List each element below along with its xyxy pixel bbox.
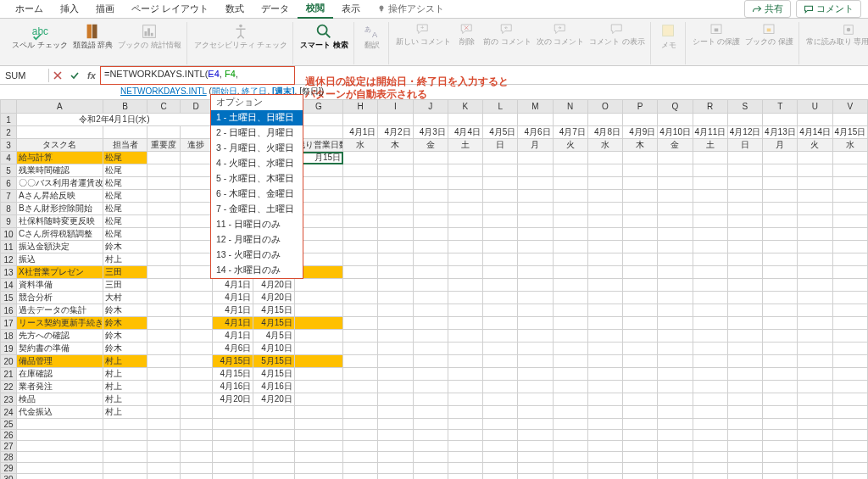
cell[interactable] (693, 241, 727, 253)
cell[interactable] (212, 441, 253, 452)
protect-workbook-button[interactable]: ブックの 保護 (745, 22, 793, 47)
cell[interactable] (553, 304, 587, 317)
cell[interactable] (180, 164, 212, 177)
show-comments-button[interactable]: コメント の表示 (589, 22, 645, 47)
cell[interactable]: 4月13日 (763, 126, 798, 139)
cell[interactable] (103, 452, 147, 463)
column-header[interactable]: I (378, 100, 413, 114)
cell[interactable] (483, 215, 518, 228)
cell[interactable]: 4月7日 (553, 126, 587, 139)
cell[interactable] (253, 441, 295, 452)
weekend-option[interactable]: 2 - 日曜日、月曜日 (211, 125, 303, 141)
cell[interactable] (483, 266, 518, 279)
cell[interactable] (693, 463, 727, 474)
cell[interactable] (343, 279, 378, 292)
cell[interactable] (763, 452, 798, 463)
cell[interactable] (17, 463, 103, 474)
cell[interactable] (448, 330, 482, 343)
cell[interactable] (553, 441, 587, 452)
cell[interactable]: 木 (378, 139, 413, 152)
cell[interactable] (378, 241, 413, 253)
cell[interactable] (587, 203, 622, 215)
cell[interactable] (343, 266, 378, 279)
cell[interactable] (658, 253, 693, 266)
cell[interactable] (378, 381, 413, 393)
cell[interactable] (413, 452, 448, 463)
cell[interactable] (483, 152, 518, 164)
cell[interactable]: 火 (553, 139, 587, 152)
cell[interactable]: 〇〇バス利用者運賃改正 (17, 177, 103, 190)
cell[interactable] (693, 406, 727, 419)
cell[interactable] (413, 330, 448, 343)
cell[interactable] (693, 355, 727, 368)
cell[interactable] (147, 330, 180, 343)
cell[interactable] (832, 463, 867, 474)
cell[interactable] (294, 292, 342, 304)
cell[interactable] (727, 266, 762, 279)
cell[interactable] (518, 441, 553, 452)
cell[interactable] (343, 330, 378, 343)
cell[interactable] (212, 452, 253, 463)
cell[interactable] (180, 126, 212, 139)
cell[interactable] (294, 368, 342, 381)
cell[interactable]: 資料準備 (17, 279, 103, 292)
cell[interactable] (658, 114, 693, 126)
cell[interactable] (798, 343, 832, 355)
cell[interactable] (587, 177, 622, 190)
cell[interactable] (832, 474, 867, 480)
cell[interactable]: X社営業プレゼン (17, 266, 103, 279)
cell[interactable] (693, 393, 727, 406)
tell-me[interactable]: 操作アシスト (369, 0, 453, 18)
cell[interactable]: 4月20日 (253, 292, 295, 304)
cell[interactable] (623, 177, 658, 190)
cell[interactable]: 4月11日 (693, 126, 727, 139)
cell[interactable] (147, 279, 180, 292)
cell[interactable] (832, 152, 867, 164)
cell[interactable] (727, 279, 762, 292)
cell[interactable] (553, 452, 587, 463)
cell[interactable] (798, 317, 832, 330)
cell[interactable]: 4月1日 (212, 330, 253, 343)
cell[interactable] (587, 381, 622, 393)
cell[interactable] (448, 266, 482, 279)
cell[interactable] (763, 292, 798, 304)
cell[interactable] (763, 228, 798, 241)
cell[interactable] (623, 343, 658, 355)
cell[interactable] (832, 266, 867, 279)
cell[interactable] (623, 430, 658, 441)
cell[interactable] (727, 228, 762, 241)
cell[interactable] (832, 343, 867, 355)
cell[interactable] (483, 419, 518, 430)
cell[interactable] (378, 330, 413, 343)
cell[interactable] (623, 152, 658, 164)
cell[interactable] (832, 381, 867, 393)
cell[interactable] (763, 190, 798, 203)
cell[interactable] (180, 228, 212, 241)
cell[interactable] (294, 419, 342, 430)
row-header[interactable]: 30 (1, 474, 17, 480)
cell[interactable] (832, 317, 867, 330)
cell[interactable] (693, 228, 727, 241)
column-header[interactable]: A (17, 100, 103, 114)
cell[interactable] (518, 419, 553, 430)
row-header[interactable]: 5 (1, 164, 17, 177)
cell[interactable] (413, 393, 448, 406)
cell[interactable] (763, 304, 798, 317)
cell[interactable] (553, 266, 587, 279)
cell[interactable]: 鈴木 (103, 304, 147, 317)
cell[interactable] (658, 419, 693, 430)
cell[interactable] (483, 317, 518, 330)
cell[interactable] (378, 253, 413, 266)
cell[interactable] (798, 203, 832, 215)
cell[interactable]: 4月5日 (253, 330, 295, 343)
cell[interactable]: 先方への確認 (17, 330, 103, 343)
row-header[interactable]: 2 (1, 126, 17, 139)
cell[interactable] (212, 474, 253, 480)
cell[interactable] (343, 164, 378, 177)
row-header[interactable]: 1 (1, 114, 17, 126)
cell[interactable]: 松尾 (103, 152, 147, 164)
cell[interactable]: 金 (658, 139, 693, 152)
cell[interactable] (413, 228, 448, 241)
row-header[interactable]: 4 (1, 152, 17, 164)
cell[interactable]: 4月14日 (798, 126, 832, 139)
